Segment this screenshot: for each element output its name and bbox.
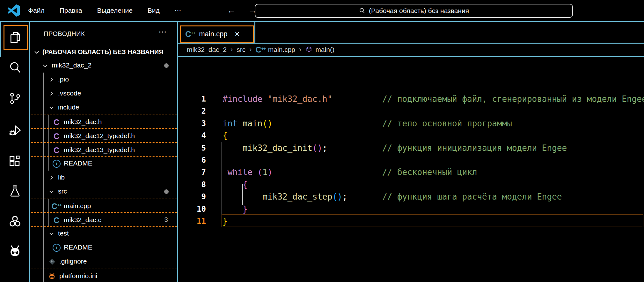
modified-dot-badge <box>164 63 169 68</box>
line-number: 11 <box>178 215 206 228</box>
chevron-right-icon[interactable] <box>47 89 56 98</box>
tree-item-label: mik32_dac13_typedef.h <box>64 146 135 154</box>
chevron-right-icon[interactable] <box>47 75 56 84</box>
code-line-1[interactable]: #include "mik32_dac.h" // подключаемый ф… <box>223 93 644 105</box>
line-number: 1 <box>178 93 206 105</box>
tree-item-mik32_dac_2[interactable]: mik32_dac_2 <box>31 59 177 73</box>
menu-item-Правка[interactable]: Правка <box>60 7 82 14</box>
tree-item-label: mik32_dac.h <box>64 118 102 126</box>
tree-item-label: .gitignore <box>59 257 87 265</box>
sidebar-item-three-circles[interactable] <box>8 214 22 228</box>
chevron-down-icon[interactable] <box>47 229 56 238</box>
tree-item-test[interactable]: test <box>31 227 177 241</box>
menu-item-Вид[interactable]: Вид <box>148 7 160 14</box>
tree-item-label: main.cpp <box>64 202 91 210</box>
sidebar-item-extensions[interactable] <box>8 154 22 168</box>
tab-label: main.cpp <box>199 30 227 38</box>
tab-divider <box>254 22 255 43</box>
c-header-file-icon: C <box>54 132 59 141</box>
tree-item-label: test <box>58 229 69 237</box>
breadcrumb-item-mik32_dac_2[interactable]: mik32_dac_2 <box>187 46 227 53</box>
line-number: 8 <box>178 179 206 191</box>
code-line-10[interactable]: } <box>223 203 247 215</box>
breadcrumb-item-main()[interactable]: main() <box>315 46 334 53</box>
chevron-down-icon[interactable] <box>47 187 56 196</box>
tree-item-platformio.ini[interactable]: platformio.ini <box>31 269 177 282</box>
activity-bar <box>0 22 30 282</box>
chevron-right-icon <box>48 91 55 97</box>
chevron-down-icon[interactable] <box>47 103 56 112</box>
chevron-right-icon[interactable] <box>47 173 56 182</box>
platformio-icon <box>48 272 56 280</box>
command-center-search[interactable]: (Рабочая область) без названия <box>255 4 573 18</box>
menu-item-Выделение[interactable]: Выделение <box>97 7 133 14</box>
tree-item-label: README <box>64 243 92 251</box>
tree-item-src[interactable]: src <box>31 185 177 199</box>
breadcrumb-item-main.cpp[interactable]: main.cpp <box>268 46 295 53</box>
sidebar-item-search[interactable] <box>8 60 22 74</box>
code-area[interactable]: 1#include "mik32_dac.h" // подключаемый … <box>178 57 644 282</box>
vscode-logo-icon <box>8 4 20 17</box>
menu-item-⋯[interactable]: ⋯ <box>175 7 181 14</box>
sidebar-item-source-control[interactable] <box>8 91 22 105</box>
sidebar-item-run-debug[interactable] <box>8 123 22 137</box>
code-line-3[interactable]: int main() // тело основной программы <box>223 117 512 130</box>
tree-item-label: platformio.ini <box>59 272 97 280</box>
tree-item-mik32_dac12_typedef.h[interactable]: Cmik32_dac12_typedef.h <box>31 129 177 143</box>
file-type-icon: C <box>52 132 61 141</box>
tree-item-.gitignore[interactable]: .gitignore <box>31 255 177 269</box>
tree-item-README[interactable]: iREADME <box>31 157 177 171</box>
files-icon <box>8 30 23 45</box>
chevron-down-icon[interactable] <box>40 61 50 70</box>
tree-item-lib[interactable]: lib <box>31 171 177 185</box>
chevron-down-icon <box>48 189 55 195</box>
code-line-11[interactable]: } <box>223 215 228 228</box>
cpp-file-icon: C++ <box>51 202 61 211</box>
run-debug-icon <box>8 123 22 137</box>
source-control-icon <box>8 91 22 105</box>
active-item-indicator <box>0 22 1 57</box>
sidebar-item-platformio[interactable] <box>8 244 22 258</box>
tree-item-.pio[interactable]: .pio <box>31 73 177 87</box>
back-arrow-icon[interactable]: ← <box>227 0 236 21</box>
tab-main-cpp[interactable]: C++ main.cpp ✕ <box>180 25 254 43</box>
close-icon[interactable]: ✕ <box>235 30 240 38</box>
cube-icon <box>305 46 313 53</box>
sidebar-item-testing[interactable] <box>8 184 22 198</box>
tree-item-mik32_dac13_typedef.h[interactable]: Cmik32_dac13_typedef.h <box>31 143 177 157</box>
tree-item-label: lib <box>58 173 65 181</box>
file-type-icon: C <box>52 216 61 225</box>
tree-item-label: mik32_dac_2 <box>52 61 91 69</box>
cpp-file-icon: C++ <box>185 30 195 39</box>
code-line-4[interactable]: { <box>223 130 228 142</box>
tree-item-main.cpp[interactable]: C++main.cpp <box>31 199 177 213</box>
breadcrumb-separator-icon: › <box>249 46 252 54</box>
explorer-sidebar: ПРОВОДНИК ⋯ (РАБОЧАЯ ОБЛАСТЬ) БЕЗ НАЗВАН… <box>31 22 178 282</box>
chevron-right-icon <box>48 175 55 181</box>
line-number: 5 <box>178 142 206 154</box>
breadcrumb-item-src[interactable]: src <box>237 46 245 53</box>
tree-item-label: include <box>58 103 79 111</box>
tree-item-.vscode[interactable]: .vscode <box>31 87 177 101</box>
code-line-9[interactable]: mik32_dac_step(); // функция шага расчёт… <box>223 191 562 203</box>
code-line-5[interactable]: mik32_dac_init(); // функция инициализац… <box>223 142 567 154</box>
file-type-icon <box>47 272 57 281</box>
tree-item-mik32_dac.c[interactable]: Cmik32_dac.c3 <box>31 213 177 227</box>
line-number: 6 <box>178 154 206 166</box>
code-line-8[interactable]: { <box>223 179 247 191</box>
title-bar: ФайлПравкаВыделениеВид⋯ ← → (Рабочая обл… <box>0 0 644 22</box>
tree-item-include[interactable]: include <box>31 101 177 115</box>
search-icon <box>8 60 22 74</box>
code-line-7[interactable]: while (1) // бесконечный цикл <box>223 166 477 179</box>
menu-item-Файл[interactable]: Файл <box>28 7 45 14</box>
c-header-file-icon: C <box>54 146 59 155</box>
file-type-icon: i <box>52 243 61 252</box>
tree-item-mik32_dac.h[interactable]: Cmik32_dac.h <box>31 115 177 129</box>
breadcrumb-separator-icon: › <box>299 46 301 54</box>
file-type-icon: i <box>52 159 61 168</box>
tree-item-README[interactable]: iREADME <box>31 241 177 255</box>
line-number: 10 <box>178 203 206 215</box>
file-tree: mik32_dac_2.pio.vscodeincludeCmik32_dac.… <box>31 22 177 282</box>
c-header-file-icon: C <box>54 118 59 127</box>
sidebar-item-explorer[interactable] <box>4 25 28 50</box>
